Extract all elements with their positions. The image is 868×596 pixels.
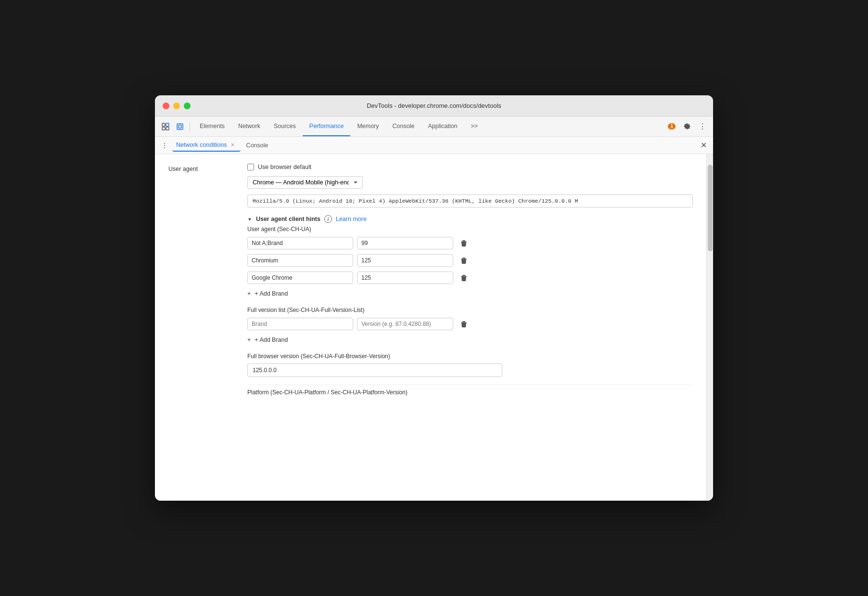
svg-rect-0 bbox=[162, 123, 165, 126]
delete-brand-2[interactable] bbox=[457, 271, 471, 285]
full-version-version-input[interactable] bbox=[357, 318, 453, 330]
tab-console[interactable]: Console bbox=[386, 117, 421, 136]
add-brand-button[interactable]: + + Add Brand bbox=[247, 288, 693, 299]
toolbar-right: 1 ⋮ bbox=[665, 120, 709, 133]
brand-version-1[interactable] bbox=[357, 254, 453, 267]
title-bar: DevTools - developer.chrome.com/docs/dev… bbox=[155, 95, 713, 117]
scrollbar[interactable] bbox=[706, 154, 713, 501]
user-agent-label: User agent bbox=[168, 164, 236, 396]
nav-tabs: Elements Network Sources Performance Mem… bbox=[193, 117, 664, 136]
main-toolbar: Elements Network Sources Performance Mem… bbox=[155, 117, 713, 137]
minimize-button[interactable] bbox=[173, 103, 180, 109]
settings-icon[interactable] bbox=[680, 120, 694, 133]
ua-dropdown-row: Chrome — Android Mobile (high-end) bbox=[247, 176, 693, 189]
brand-row-0 bbox=[247, 236, 693, 250]
brand-name-0[interactable] bbox=[247, 237, 353, 249]
brand-row-2 bbox=[247, 271, 693, 285]
network-conditions-close[interactable]: × bbox=[229, 141, 237, 149]
client-hints-label: User agent client hints bbox=[256, 216, 320, 222]
delete-brand-1[interactable] bbox=[457, 254, 471, 267]
full-version-brand-input[interactable] bbox=[247, 318, 353, 330]
user-agent-controls: Use browser default Chrome — Android Mob… bbox=[247, 164, 693, 396]
network-conditions-label: Network conditions bbox=[176, 142, 227, 148]
more-options-icon[interactable]: ⋮ bbox=[696, 120, 709, 133]
badge-count: 1 bbox=[668, 123, 676, 130]
svg-rect-5 bbox=[179, 125, 181, 128]
add-brand-label-2: + Add Brand bbox=[254, 337, 288, 343]
brand-name-2[interactable] bbox=[247, 272, 353, 284]
tab-memory[interactable]: Memory bbox=[350, 117, 385, 136]
inspector-icon[interactable] bbox=[173, 120, 187, 133]
sec-ch-ua-label: User agent (Sec-CH-UA) bbox=[247, 226, 693, 233]
add-brand-button-2[interactable]: + + Add Brand bbox=[247, 335, 693, 345]
collapse-triangle[interactable]: ▼ bbox=[247, 217, 252, 222]
add-brand-plus-2: + bbox=[247, 337, 251, 343]
user-agent-section: User agent Use browser default Chrome — … bbox=[168, 164, 693, 396]
console-tab[interactable]: Console bbox=[243, 140, 272, 151]
brand-version-2[interactable] bbox=[357, 272, 453, 284]
add-brand-label: + Add Brand bbox=[254, 290, 288, 297]
notification-badge[interactable]: 1 bbox=[665, 122, 678, 130]
ua-string-input[interactable] bbox=[247, 194, 693, 207]
brand-version-0[interactable] bbox=[357, 237, 453, 249]
full-browser-version-label: Full browser version (Sec-CH-UA-Full-Bro… bbox=[247, 353, 693, 360]
tab-sources[interactable]: Sources bbox=[267, 117, 303, 136]
devtools-window: DevTools - developer.chrome.com/docs/dev… bbox=[155, 95, 713, 501]
tab-more[interactable]: >> bbox=[464, 117, 485, 136]
tab-elements[interactable]: Elements bbox=[193, 117, 231, 136]
use-browser-default-checkbox[interactable] bbox=[247, 164, 254, 170]
secondary-tab-bar: ⋮ Network conditions × Console ✕ bbox=[155, 137, 713, 154]
scrollbar-thumb[interactable] bbox=[708, 165, 713, 251]
client-hints-title: ▼ User agent client hints i Learn more bbox=[247, 215, 693, 223]
full-version-brand-row bbox=[247, 317, 693, 331]
window-title: DevTools - developer.chrome.com/docs/dev… bbox=[367, 102, 501, 109]
close-button[interactable] bbox=[163, 103, 169, 109]
content-area: User agent Use browser default Chrome — … bbox=[155, 154, 713, 501]
full-version-list-label: Full version list (Sec-CH-UA-Full-Versio… bbox=[247, 307, 693, 313]
use-browser-default-row: Use browser default bbox=[247, 164, 693, 170]
drawer-menu-icon[interactable]: ⋮ bbox=[159, 140, 170, 151]
learn-more-link[interactable]: Learn more bbox=[336, 216, 367, 222]
delete-full-version-brand[interactable] bbox=[457, 317, 471, 331]
full-browser-version-input[interactable] bbox=[247, 363, 502, 377]
toolbar-divider bbox=[190, 122, 190, 131]
svg-rect-4 bbox=[177, 124, 183, 130]
tab-performance[interactable]: Performance bbox=[303, 117, 351, 136]
tab-application[interactable]: Application bbox=[421, 117, 464, 136]
svg-rect-2 bbox=[162, 127, 165, 130]
traffic-lights bbox=[163, 103, 191, 109]
ua-preset-select[interactable]: Chrome — Android Mobile (high-end) bbox=[247, 176, 363, 189]
main-content: User agent Use browser default Chrome — … bbox=[155, 154, 706, 501]
info-icon[interactable]: i bbox=[324, 215, 332, 223]
delete-brand-0[interactable] bbox=[457, 236, 471, 250]
brand-name-1[interactable] bbox=[247, 254, 353, 267]
platform-label: Platform (Sec-CH-UA-Platform / Sec-CH-UA… bbox=[247, 385, 693, 396]
svg-rect-3 bbox=[166, 127, 169, 130]
cursor-icon[interactable] bbox=[159, 120, 172, 133]
network-conditions-tab[interactable]: Network conditions × bbox=[172, 139, 241, 152]
svg-rect-1 bbox=[166, 123, 169, 126]
brand-row-1 bbox=[247, 254, 693, 267]
tab-network[interactable]: Network bbox=[231, 117, 267, 136]
close-drawer-button[interactable]: ✕ bbox=[698, 140, 709, 151]
maximize-button[interactable] bbox=[184, 103, 191, 109]
add-brand-plus: + bbox=[247, 290, 251, 297]
use-browser-default-label: Use browser default bbox=[258, 164, 311, 170]
